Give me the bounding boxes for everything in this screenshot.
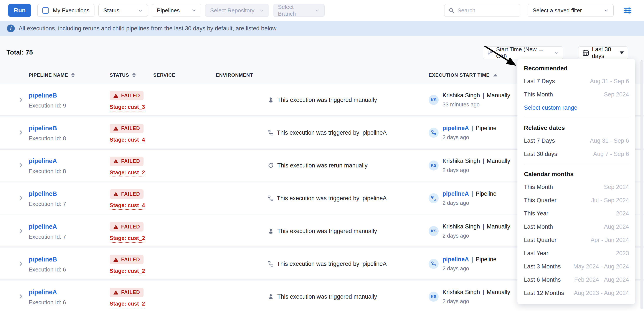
warning-triangle-icon [113,93,118,98]
expand-chevron-icon[interactable] [18,130,24,136]
stage-link[interactable]: Stage: cust_2 [110,235,145,242]
trigger-pipeline-link[interactable]: pipelineA [362,195,387,202]
menu-divider [524,164,629,164]
sort-dropdown[interactable]: Start Time (New → Old) [483,46,563,59]
pipeline-avatar-icon [428,259,438,269]
menu-item-last-30-days[interactable]: Last 30 days Aug 7 - Sep 6 [524,148,629,161]
trigger-text: This execution was triggered manually [277,294,377,300]
header-execution-start-time[interactable]: EXECUTION START TIME [428,71,498,80]
pipeline-name-link[interactable]: pipelineA [29,289,66,296]
chevron-down-icon [604,8,608,13]
expand-chevron-icon[interactable] [18,97,24,103]
divider: | [472,256,473,263]
expand-chevron-icon[interactable] [18,195,24,201]
pipeline-name-link[interactable]: pipelineB [29,190,66,198]
menu-item-last-quarter[interactable]: Last Quarter Apr - Jun 2024 [524,234,629,247]
execution-id: Execution Id: 8 [29,135,66,142]
filter-sliders-button[interactable] [622,5,633,16]
menu-item-select-custom-range[interactable]: Select custom range [524,101,629,114]
starter-pipeline-link[interactable]: pipelineA [442,190,469,197]
status-dropdown[interactable]: Status [98,4,148,17]
stage-link[interactable]: Stage: cust_2 [110,170,145,177]
menu-section-relative-dates: Relative dates [524,122,629,134]
stage-link[interactable]: Stage: cust_4 [110,202,145,210]
select-branch-dropdown[interactable]: Select Branch [273,4,324,17]
pipeline-name-link[interactable]: pipelineA [29,223,66,230]
execution-id: Execution Id: 7 [29,201,66,208]
execution-id: Execution Id: 7 [29,234,66,240]
menu-item-last-3-months[interactable]: Last 3 Months May 2024 - Aug 2024 [524,260,629,273]
avatar: KS [428,160,438,170]
trigger-text: This execution was triggered by [277,195,359,202]
trigger-pipeline-link[interactable]: pipelineA [362,130,387,136]
sort-both-icon [132,73,136,78]
pipelines-dropdown[interactable]: Pipelines [152,4,201,17]
executions-page: Run My Executions Status Pipelines Selec… [0,0,644,311]
pipeline-name-link[interactable]: pipelineA [29,158,66,164]
my-executions-checkbox[interactable] [42,7,49,14]
menu-item-this-month-cal[interactable]: This Month Sep 2024 [524,180,629,194]
menu-item-last-7-days-relative[interactable]: Last 7 Days Aug 31 - Sep 6 [524,134,629,148]
stage-link[interactable]: Stage: cust_2 [110,300,145,308]
header-pipeline-name[interactable]: PIPELINE NAME [29,71,75,80]
menu-item-last-month[interactable]: Last Month Aug 2024 [524,220,629,234]
date-range-menu: Recommended Last 7 Days Aug 31 - Sep 6 T… [518,59,635,304]
saved-filter-label: Select a saved filter [532,7,582,14]
trigger-pipeline-link[interactable]: pipelineA [362,260,387,267]
toolbar: Run My Executions Status Pipelines Selec… [0,0,644,21]
filter-sliders-icon [623,6,632,15]
start-time: 2 days ago [442,167,510,173]
sort-asc-icon [493,74,498,76]
caret-down-icon [620,52,624,54]
search-icon [448,8,454,14]
menu-item-last-7-days[interactable]: Last 7 Days Aug 31 - Sep 6 [524,75,629,88]
menu-item-this-quarter[interactable]: This Quarter Jul - Sep 2024 [524,194,629,207]
stage-link[interactable]: Stage: cust_3 [110,104,145,112]
stage-link[interactable]: Stage: cust_2 [110,268,145,276]
expand-chevron-icon[interactable] [18,228,24,234]
run-button[interactable]: Run [8,4,31,17]
date-range-button[interactable]: Last 30 days [578,46,628,59]
execution-id: Execution Id: 6 [29,266,66,273]
starter-pipeline-link[interactable]: pipelineA [442,125,469,132]
menu-item-last-12-months[interactable]: Last 12 Months Aug 2023 - Aug 2024 [524,286,629,300]
pipeline-name-link[interactable]: pipelineB [29,92,66,99]
saved-filter-dropdown[interactable]: Select a saved filter [528,4,614,17]
warning-triangle-icon [113,224,118,230]
expand-chevron-icon[interactable] [18,162,24,168]
my-executions-filter[interactable]: My Executions [37,4,94,17]
expand-chevron-icon[interactable] [18,260,24,267]
status-badge: FAILED [110,222,144,232]
starter-role: Manually [487,289,510,296]
info-icon: i [7,24,15,32]
warning-triangle-icon [113,290,118,295]
start-time: 33 minutes ago [442,102,510,108]
expand-chevron-icon[interactable] [18,294,24,300]
start-time: 2 days ago [442,298,510,304]
status-badge: FAILED [110,190,144,199]
search-input[interactable] [458,7,512,14]
avatar: KS [428,226,438,236]
stage-link[interactable]: Stage: cust_4 [110,136,145,144]
pipeline-name-link[interactable]: pipelineB [29,256,66,263]
page-scrollbar[interactable] [640,60,643,309]
status-badge: FAILED [110,156,144,166]
menu-item-this-year[interactable]: This Year 2024 [524,207,629,220]
search-box[interactable] [444,4,520,17]
header-service: SERVICE [153,71,176,80]
user-icon [268,228,274,234]
select-repository-dropdown[interactable]: Select Repository [205,4,269,17]
warning-triangle-icon [113,126,118,131]
menu-item-this-month[interactable]: This Month Sep 2024 [524,88,629,101]
starter-pipeline-link[interactable]: pipelineA [442,256,469,263]
calendar-icon [582,49,589,56]
status-badge: FAILED [110,124,144,133]
header-status[interactable]: STATUS [110,71,136,80]
menu-item-last-6-months[interactable]: Last 6 Months Feb 2024 - Aug 2024 [524,273,629,286]
chevron-down-icon [554,50,559,55]
info-banner: i All executions, including reruns and c… [0,21,644,36]
pipeline-name-link[interactable]: pipelineB [29,125,66,132]
trigger-text: This execution was triggered by [277,260,359,267]
starter-role: Pipeline [476,125,496,132]
menu-item-last-year[interactable]: Last Year 2023 [524,247,629,260]
